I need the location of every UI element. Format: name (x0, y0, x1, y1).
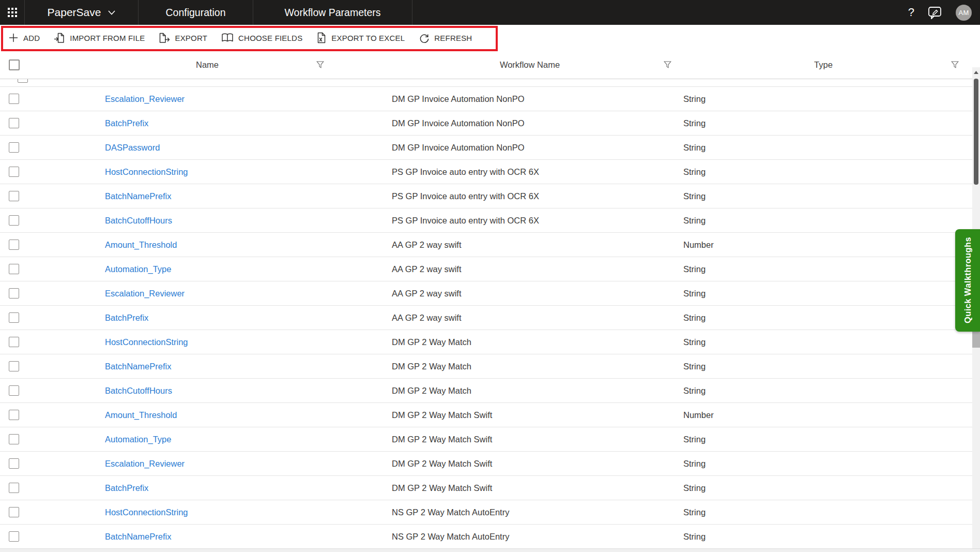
type-text: String (683, 94, 706, 103)
row-checkbox[interactable] (9, 118, 19, 128)
row-checkbox[interactable] (9, 288, 19, 299)
toolbar-button[interactable]: EXPORT TO EXCEL (316, 32, 405, 43)
avatar[interactable]: AM (956, 5, 972, 21)
table-row: Amount_Threshold DM GP 2 Way Match Swift… (0, 403, 972, 427)
parameter-name-link[interactable]: Escalation_Reviewer (105, 459, 185, 468)
toolbar-button-label: IMPORT FROM FILE (70, 34, 145, 42)
horizontal-scrollbar-track[interactable] (0, 548, 980, 552)
row-checkbox-cell (0, 385, 29, 396)
row-checkbox[interactable] (9, 507, 19, 517)
toolbar-button[interactable]: IMPORT FROM FILE (54, 33, 145, 43)
row-checkbox[interactable] (9, 240, 19, 250)
parameter-name-link[interactable]: BatchNamePrefix (105, 532, 171, 541)
clipped-row (0, 79, 972, 87)
row-checkbox[interactable] (9, 483, 19, 493)
name-cell: Automation_Type (29, 264, 385, 274)
row-checkbox[interactable] (9, 458, 19, 469)
column-label-type[interactable]: Type (814, 60, 833, 70)
column-label-name[interactable]: Name (196, 60, 219, 70)
feedback-button[interactable] (928, 6, 942, 19)
workflow-name-cell: DM GP 2 Way Match Swift (385, 483, 675, 493)
parameter-name-link[interactable]: BatchPrefix (105, 313, 148, 322)
parameter-name-link[interactable]: BatchCutoffHours (105, 216, 172, 225)
row-checkbox[interactable] (18, 79, 28, 83)
name-cell: HostConnectionString (29, 508, 385, 517)
row-checkbox[interactable] (9, 531, 19, 542)
row-checkbox[interactable] (9, 410, 19, 420)
name-cell: Escalation_Reviewer (29, 289, 385, 299)
workflow-name-cell: DM GP 2 Way Match Swift (385, 410, 675, 420)
type-cell: Number (675, 240, 972, 250)
parameter-name-link[interactable]: DASPassword (105, 143, 160, 152)
row-checkbox-cell (0, 215, 29, 226)
filter-icon-type[interactable] (951, 61, 959, 68)
filter-icon-name[interactable] (316, 61, 324, 68)
row-checkbox[interactable] (9, 142, 19, 153)
type-text: Number (683, 410, 714, 420)
type-cell: String (675, 143, 972, 153)
row-checkbox[interactable] (9, 191, 19, 201)
app-launcher-button[interactable] (0, 0, 25, 25)
type-cell: String (675, 167, 972, 177)
parameter-name-link[interactable]: Amount_Threshold (105, 240, 177, 249)
workflow-name-cell: DM GP Invoice Automation NonPO (385, 143, 675, 153)
toolbar-button[interactable]: EXPORT (159, 33, 207, 43)
row-checkbox-cell (0, 240, 29, 250)
row-checkbox-cell (0, 410, 29, 420)
row-checkbox-cell (0, 531, 29, 542)
table-row: Escalation_Reviewer DM GP 2 Way Match Sw… (0, 452, 972, 476)
column-header-workflow-name: Workflow Name (385, 51, 675, 79)
scrollbar-up-arrow[interactable] (973, 68, 979, 77)
help-button[interactable]: ? (908, 7, 914, 18)
row-checkbox[interactable] (9, 94, 19, 104)
toolbar-button[interactable]: ADD (8, 33, 40, 43)
row-checkbox-cell (0, 118, 29, 128)
workflow-name-text: PS GP Invoice auto entry with OCR 6X (392, 167, 539, 176)
row-checkbox-cell (0, 191, 29, 201)
toolbar-button[interactable]: CHOOSE FIELDS (221, 33, 302, 43)
parameter-name-link[interactable]: HostConnectionString (105, 508, 188, 517)
nav-item-configuration[interactable]: Configuration (139, 0, 253, 25)
workflow-name-text: DM GP Invoice Automation NonPO (392, 143, 524, 152)
parameter-name-link[interactable]: BatchNamePrefix (105, 191, 171, 201)
row-checkbox[interactable] (9, 361, 19, 371)
name-cell: BatchNamePrefix (29, 362, 385, 371)
column-label-workflow-name[interactable]: Workflow Name (500, 60, 560, 70)
quick-walkthroughs-tab[interactable]: Quick Walkthroughs (955, 229, 980, 332)
parameter-name-link[interactable]: Escalation_Reviewer (105, 289, 185, 298)
parameter-name-link[interactable]: Escalation_Reviewer (105, 94, 185, 103)
grid-body: Escalation_Reviewer DM GP Invoice Automa… (0, 79, 972, 549)
parameter-name-link[interactable]: HostConnectionString (105, 337, 188, 347)
toolbar-button[interactable]: REFRESH (419, 33, 472, 43)
row-checkbox[interactable] (9, 264, 19, 274)
row-checkbox[interactable] (9, 312, 19, 323)
app-menu-papersave[interactable]: PaperSave (25, 0, 139, 25)
parameter-name-link[interactable]: HostConnectionString (105, 167, 188, 176)
table-row: HostConnectionString DM GP 2 Way Match S… (0, 330, 972, 354)
row-checkbox[interactable] (9, 434, 19, 444)
parameter-name-link[interactable]: BatchNamePrefix (105, 362, 171, 371)
table-row: HostConnectionString PS GP Invoice auto … (0, 160, 972, 184)
filter-icon-workflow-name[interactable] (664, 61, 671, 68)
parameter-name-link[interactable]: BatchCutoffHours (105, 386, 172, 395)
row-checkbox[interactable] (9, 337, 19, 347)
workflow-name-cell: NS GP 2 Way Match AutoEntry (385, 532, 675, 542)
import-from-file-icon (54, 33, 65, 43)
parameter-name-link[interactable]: BatchPrefix (105, 118, 148, 128)
parameter-name-link[interactable]: Automation_Type (105, 264, 171, 274)
triangle-up-icon (974, 71, 978, 74)
row-checkbox[interactable] (9, 167, 19, 177)
workflow-name-text: NS GP 2 Way Match AutoEntry (392, 508, 509, 517)
parameter-name-link[interactable]: BatchPrefix (105, 483, 148, 493)
row-checkbox[interactable] (9, 215, 19, 226)
workflow-name-cell: DM GP 2 Way Match (385, 362, 675, 371)
nav-item-workflow-parameters[interactable]: Workflow Parameters (253, 0, 412, 25)
scrollbar-segment[interactable] (972, 331, 980, 348)
select-all-checkbox[interactable] (9, 59, 20, 70)
vertical-scrollbar-thumb[interactable] (974, 79, 978, 185)
name-cell: BatchCutoffHours (29, 386, 385, 396)
parameter-name-link[interactable]: Automation_Type (105, 435, 171, 444)
type-cell: String (675, 508, 972, 517)
row-checkbox[interactable] (9, 385, 19, 396)
parameter-name-link[interactable]: Amount_Threshold (105, 410, 177, 420)
